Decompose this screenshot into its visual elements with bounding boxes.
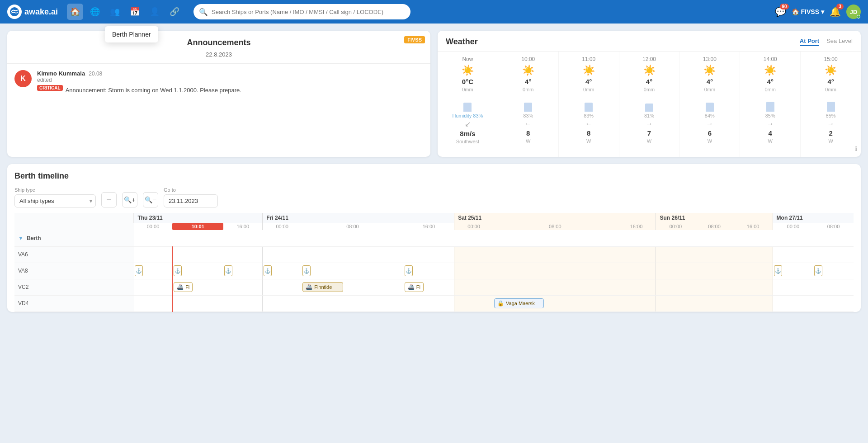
timeline-scroll[interactable]: Thu 23/11 Fri 24/11 Sat 25/11 Sun 26/11 …	[14, 213, 854, 312]
wind-arrow-icon: ←	[524, 120, 532, 128]
search-icon: 🔍	[199, 8, 208, 16]
goto-label: Go to	[164, 187, 218, 193]
search-input[interactable]	[212, 9, 405, 15]
weather-rain: 0mm	[704, 87, 715, 92]
ship-block-small[interactable]: ⚓	[814, 265, 822, 276]
messages-button[interactable]: 💬 90	[775, 6, 786, 17]
weather-rain: 0mm	[523, 87, 533, 92]
time-thu-current: 10:01	[172, 223, 223, 230]
weather-time: 13:00	[703, 56, 717, 62]
ship-icon: 🚢	[408, 284, 415, 290]
sun-icon: ☀️	[643, 65, 656, 76]
ship-block[interactable]: 🚢 Fi	[405, 282, 424, 292]
weather-humid: 85%	[765, 113, 775, 118]
ship-block-finntide[interactable]: 🚢 Finntide	[302, 282, 343, 292]
ship-block-small[interactable]: ⚓	[264, 265, 272, 276]
announcement-edited: edited	[37, 77, 423, 83]
brand-name: awake.ai	[24, 7, 58, 17]
tab-sea-level[interactable]: Sea Level	[826, 38, 853, 46]
ship-type-control: Ship type All ship types ▾	[14, 187, 96, 207]
weather-time: 10:00	[521, 56, 535, 62]
weather-dir: Southwest	[456, 139, 479, 144]
nav-people[interactable]: 👥	[107, 4, 123, 20]
announcement-text: Announcement: Storm is coming on Wed 1.1…	[66, 87, 241, 94]
weather-dir: W	[526, 138, 530, 144]
weather-col-6: 15:00 ☀️ 4° 0mm 85% → 2 W ℹ	[801, 52, 861, 157]
time-sat-16: 16:00	[617, 223, 656, 230]
ship-block-vaga-maersk[interactable]: 🔒 Vaga Maersk	[494, 298, 544, 308]
fivss-badge: FIVSS	[404, 36, 425, 43]
tab-at-port[interactable]: At Port	[800, 38, 819, 46]
zoom-in-button[interactable]: 🔍+	[122, 192, 137, 207]
nav-globe[interactable]: 🌐	[87, 4, 103, 20]
berth-vd4: VD4	[14, 295, 134, 311]
nav-users[interactable]: 👤	[146, 4, 163, 20]
ship-type-select[interactable]: All ship types	[14, 194, 96, 207]
weather-temp: 4°	[767, 78, 774, 85]
search-bar[interactable]: 🔍	[193, 4, 410, 19]
wind-arrow-icon: ←	[585, 120, 592, 128]
weather-rain: 0mm	[825, 87, 836, 92]
ship-block-small[interactable]: ⚓	[405, 265, 413, 276]
nav-home[interactable]: 🏠	[67, 4, 83, 20]
weather-header: Weather At Port Sea Level	[438, 31, 861, 51]
info-icon[interactable]: ℹ	[855, 145, 857, 152]
weather-col-4: 13:00 ☀️ 4° 0mm 84% → 6 W	[679, 52, 740, 157]
goto-control: Go to	[164, 187, 218, 207]
weather-bar	[585, 103, 593, 112]
weather-humid: 81%	[644, 113, 654, 118]
table-row: VA8 ⚓ ⚓ ⚓ ⚓ ⚓	[14, 263, 854, 279]
brand-logo[interactable]: awake.ai	[7, 5, 58, 19]
time-sun-08: 08:00	[695, 223, 733, 230]
wind-arrow-icon: →	[646, 120, 653, 128]
time-fri-08: 08:00	[302, 223, 404, 230]
weather-humid: 83%	[523, 113, 533, 118]
user-avatar[interactable]: JD	[846, 5, 861, 19]
ship-type-label: Ship type	[14, 187, 96, 193]
ship-block-small[interactable]: ⚓	[135, 265, 143, 276]
weather-rain: 0mm	[644, 87, 655, 92]
announcements-date: 22.8.2023	[7, 51, 430, 64]
ship-icon: 🚢	[306, 284, 312, 290]
berth-vc2: VC2	[14, 279, 134, 295]
ship-block-small[interactable]: ⚓	[302, 265, 311, 276]
weather-title: Weather	[446, 37, 478, 47]
messages-badge: 90	[780, 4, 788, 9]
ship-block-small[interactable]: ⚓	[774, 265, 782, 276]
table-row: VD4 🔒 Vaga Maersk	[14, 295, 854, 311]
sun-icon: ☀️	[703, 65, 716, 76]
announcement-avatar: K	[14, 70, 32, 87]
nav-connections[interactable]: 🔗	[166, 4, 183, 20]
collapse-icon[interactable]: ▼	[18, 235, 24, 241]
weather-bar-wrap	[706, 94, 714, 112]
time-sat-08: 08:00	[493, 223, 617, 230]
time-mon-00: 00:00	[773, 223, 813, 230]
ship-block-small[interactable]: ⚓	[174, 265, 182, 276]
berth-timeline-section: Berth timeline Ship type All ship types …	[7, 164, 861, 312]
weather-time: 11:00	[582, 56, 595, 62]
zoom-out-button[interactable]: 🔍−	[143, 192, 158, 207]
berth-planner-tooltip: Berth Planner	[105, 26, 158, 42]
sun-icon: ☀️	[825, 65, 837, 76]
weather-rain: 0mm	[583, 87, 594, 92]
weather-dir: W	[828, 138, 833, 144]
port-selector[interactable]: 🏠 FIVSS ▾	[792, 8, 824, 15]
ship-block[interactable]: 🚢 Fi	[174, 282, 193, 292]
alerts-button[interactable]: 🔔 3	[830, 6, 841, 17]
chevron-down-icon: ▾	[821, 8, 824, 15]
online-indicator	[857, 15, 860, 19]
weather-humid: 83%	[584, 113, 594, 118]
center-timeline-button[interactable]: ⊣	[101, 192, 117, 207]
announcement-time: 20.08	[89, 71, 102, 77]
weather-card: Weather At Port Sea Level Now ☀️ 0°C 0mm…	[438, 31, 861, 157]
goto-input[interactable]	[164, 194, 218, 207]
weather-temp: 4°	[525, 78, 531, 85]
weather-bar-wrap	[585, 94, 593, 112]
critical-badge: CRITICAL	[37, 85, 63, 91]
ship-block-small[interactable]: ⚓	[224, 265, 232, 276]
weather-dir: W	[647, 138, 651, 144]
wind-arrow-icon: →	[706, 120, 713, 128]
time-fri-00: 00:00	[263, 223, 302, 230]
weather-dir: W	[768, 138, 773, 144]
nav-calendar[interactable]: 📅	[127, 4, 143, 20]
